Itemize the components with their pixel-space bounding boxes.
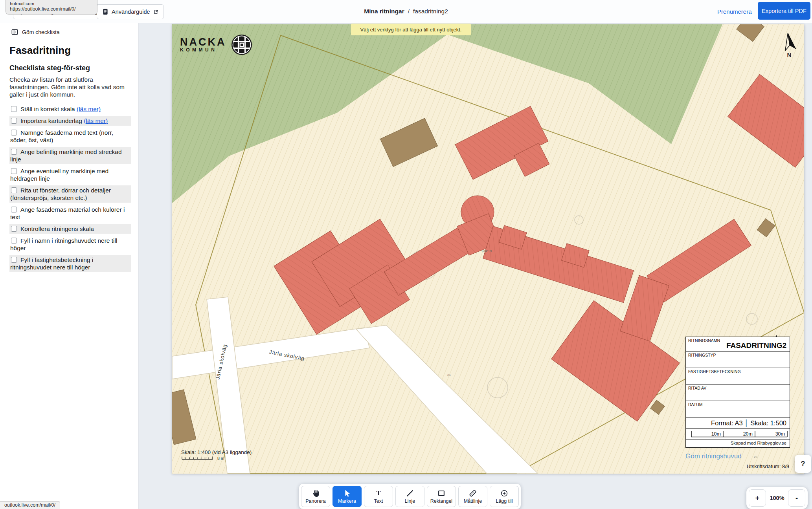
breadcrumb-current: fasadritning2 [413, 8, 448, 15]
checklist-label: Rita ut fönster, dörrar och detaljer (fö… [10, 187, 111, 201]
app-window: Inställningar & kartunderlag Användargui… [0, 0, 812, 509]
map-scale-text: Skala: 1:400 (vid A3 liggande) [181, 449, 252, 455]
checklist-checkbox[interactable] [11, 118, 17, 124]
line-icon [406, 489, 414, 498]
tool-label: Linje [405, 498, 415, 504]
nacka-kommun-logo: NACKA KOMMUN [180, 34, 253, 56]
tool-lagg-till[interactable]: Lägg till [490, 486, 519, 507]
parcel-label: 23 [754, 455, 757, 459]
tool-linje[interactable]: Linje [395, 486, 424, 507]
titleblock-row: RITNINGSTYP [686, 351, 790, 368]
titleblock-field-label: RITNINGSTYP [688, 353, 716, 357]
tool-label: Måttlinje [464, 498, 482, 504]
read-more-link[interactable]: (läs mer) [77, 106, 101, 112]
hovercard-url: https://outlook.live.com/mail/0/ [10, 6, 93, 12]
checklist-checkbox[interactable] [11, 257, 17, 263]
checklist-label: Kontrollera ritningens skala [20, 225, 94, 232]
checklist-item: Ange fasadernas material och kulörer i t… [9, 205, 131, 222]
checklist-item: Importera kartunderlag (läs mer) [9, 116, 131, 126]
checklist-checkbox[interactable] [11, 106, 17, 112]
browser-tab-hovercard: hotmail.com https://outlook.live.com/mai… [6, 0, 97, 15]
zoom-in-button[interactable]: + [749, 489, 766, 507]
checklist-subtitle: Checklista steg-för-steg [9, 64, 129, 72]
checklist-label: Ange eventuell ny marklinje med heldrage… [10, 168, 108, 182]
export-pdf-button[interactable]: Exportera till PDF [758, 2, 810, 20]
guide-book-icon [102, 8, 108, 15]
titleblock-scale-ruler: 10m 20m 30m [686, 429, 789, 439]
checklist-item: Fyll i fastighetsbeteckning i ritningshu… [9, 255, 131, 272]
tool-label: Rektangel [430, 498, 452, 504]
checklist-checkbox[interactable] [11, 187, 17, 193]
read-more-link[interactable]: (läs mer) [84, 117, 108, 124]
breadcrumb-separator: / [408, 8, 410, 15]
drawing-canvas: Järla skolväg Järla skolväg 134:19 23 21… [172, 24, 804, 474]
checklist-checkbox[interactable] [11, 168, 17, 174]
scale-ruler-icon [181, 456, 216, 461]
north-label: N [787, 51, 792, 58]
tool-text[interactable]: T Text [364, 486, 393, 507]
breadcrumb-root[interactable]: Mina ritningar [364, 8, 404, 15]
checklist-label: Namnge fasaderna med text (norr, söder, … [10, 129, 113, 143]
tool-mattlinje[interactable]: Måttlinje [458, 486, 487, 507]
hovercard-title: hotmail.com [10, 1, 93, 6]
checklist-intro: Checka av listan för att slutföra fasadr… [9, 76, 129, 98]
checklist-item: Kontrollera ritningens skala [9, 224, 131, 234]
titleblock-row: FASTIGHETSBETECKNING [686, 368, 790, 384]
tool-hint-banner: Välj ett verktyg för att lägga till ett … [351, 24, 471, 35]
tool-rektangel[interactable]: Rektangel [427, 486, 456, 507]
zoom-out-button[interactable]: - [788, 489, 805, 507]
tool-label: Text [374, 498, 383, 504]
credit-text: Skapad med Ritabygglov.se [686, 439, 790, 447]
hide-checklist-label: Göm checklista [22, 29, 60, 35]
checklist-checkbox[interactable] [11, 226, 17, 232]
nacka-emblem-icon [231, 34, 253, 56]
text-icon: T [374, 489, 383, 498]
titleblock-field-label: RITAD AV [688, 386, 706, 390]
titleblock-credit-row: Skapad med Ritabygglov.se [686, 439, 790, 447]
checklist-item: Rita ut fönster, dörrar och detaljer (fö… [9, 185, 131, 203]
checklist-checkbox[interactable] [11, 207, 17, 212]
checklist-checkbox[interactable] [11, 238, 17, 244]
tool-markera[interactable]: Markera [333, 486, 362, 507]
checklist-label: Ställ in korrekt skala [20, 106, 75, 112]
titleblock-field-label: RITNINGSNAMN [688, 338, 720, 343]
drawing-toolbar: Panorera Markera T Text Linje Rektangel [299, 484, 521, 509]
ruler-mark-label: 10m [711, 431, 721, 437]
checklist-item: Namnge fasaderna med text (norr, söder, … [9, 128, 131, 145]
browser-status-link: outlook.live.com/mail/0/ [0, 501, 60, 509]
north-arrow: N [779, 32, 799, 58]
user-guide-button[interactable]: Användarguide [97, 4, 164, 19]
logo-text: KOMMUN [180, 47, 226, 53]
tool-label: Lägg till [496, 498, 513, 504]
checklist-sidebar: Göm checklista Fasadritning Checklista s… [0, 23, 139, 509]
titleblock-row: DATUM [686, 401, 790, 417]
checklist-checkbox[interactable] [11, 149, 17, 155]
zoom-level: 100% [766, 495, 788, 501]
parcel-label: 21 [447, 373, 451, 377]
help-button[interactable]: ? [795, 455, 811, 473]
title-block: RITNINGSNAMN FASADRITNING2 RITNINGSTYP F… [685, 337, 790, 448]
titleblock-row: RITNINGSNAMN FASADRITNING2 [686, 337, 790, 351]
checklist: Ställ in korrekt skala (läs mer) Importe… [0, 104, 138, 272]
subscribe-link[interactable]: Prenumerera [717, 0, 752, 23]
drawing-name-value[interactable]: FASADRITNING2 [726, 341, 786, 350]
cursor-icon [343, 489, 351, 498]
top-toolbar: Inställningar & kartunderlag Användargui… [0, 0, 812, 23]
north-arrow-icon [780, 32, 798, 51]
logo-text: NACKA [180, 37, 226, 47]
ruler-mark-label: 30m [775, 431, 785, 437]
checklist-label: Ange befintlig marklinje med streckad li… [10, 148, 122, 163]
tool-panorera[interactable]: Panorera [301, 486, 330, 507]
map-scale-note: Skala: 1:400 (vid A3 liggande) 8 m [181, 449, 252, 461]
checklist-item: Fyll i namn i ritningshuvudet nere till … [9, 236, 131, 253]
hide-titleblock-link[interactable]: Göm ritningshuvud [685, 452, 742, 460]
collapse-panel-icon [11, 28, 18, 36]
zoom-control: + 100% - [746, 487, 808, 509]
checklist-label: Importera kartunderlag [20, 117, 82, 124]
titleblock-row: RITAD AV [686, 384, 790, 401]
print-date: Utskriftsdatum: 8/9 [687, 463, 789, 469]
checklist-checkbox[interactable] [11, 130, 17, 135]
checklist-label: Fyll i namn i ritningshuvudet nere till … [10, 237, 117, 251]
measure-icon [468, 489, 477, 498]
hide-checklist-button[interactable]: Göm checklista [11, 28, 138, 36]
